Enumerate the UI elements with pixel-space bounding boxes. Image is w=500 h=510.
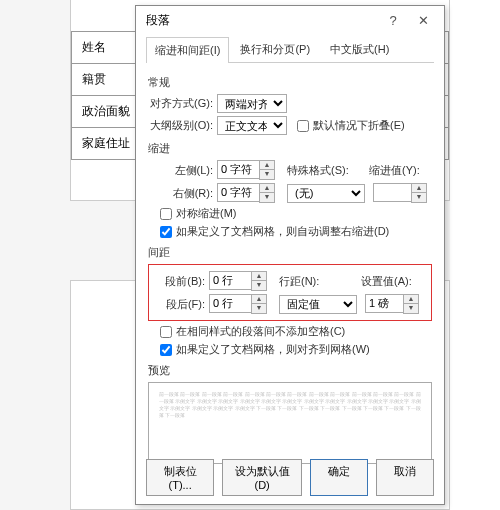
outline-label: 大纲级别(O): <box>148 118 213 133</box>
after-label: 段后(F): <box>153 297 205 312</box>
at-spinner[interactable]: ▲▼ <box>365 294 419 314</box>
collapse-label: 默认情况下折叠(E) <box>313 118 405 133</box>
before-spinner[interactable]: ▲▼ <box>209 271 267 291</box>
down-icon[interactable]: ▼ <box>252 281 266 290</box>
nospace-label: 在相同样式的段落间不添加空格(C) <box>176 324 345 339</box>
paragraph-dialog: 段落 ? ✕ 缩进和间距(I) 换行和分页(P) 中文版式(H) 常规 对齐方式… <box>135 5 445 505</box>
tab-strip: 缩进和间距(I) 换行和分页(P) 中文版式(H) <box>146 36 434 63</box>
indent-left-spinner[interactable]: ▲▼ <box>217 160 275 180</box>
close-button[interactable]: ✕ <box>408 10 438 30</box>
dialog-title: 段落 <box>146 12 378 29</box>
section-general: 常规 <box>148 75 432 90</box>
collapse-checkbox[interactable] <box>297 120 309 132</box>
cancel-button[interactable]: 取消 <box>376 459 434 496</box>
align-label: 对齐方式(G): <box>148 96 213 111</box>
up-icon[interactable]: ▲ <box>260 161 274 170</box>
down-icon[interactable]: ▼ <box>252 304 266 313</box>
up-icon[interactable]: ▲ <box>252 272 266 281</box>
indent-grid-checkbox[interactable] <box>160 226 172 238</box>
special-select[interactable]: (无) <box>287 184 365 203</box>
up-icon[interactable]: ▲ <box>260 184 274 193</box>
tab-asian[interactable]: 中文版式(H) <box>321 36 398 62</box>
tab-indent-spacing[interactable]: 缩进和间距(I) <box>146 37 229 63</box>
by-spinner[interactable]: ▲▼ <box>373 183 427 203</box>
nospace-checkbox[interactable] <box>160 326 172 338</box>
help-button[interactable]: ? <box>378 10 408 30</box>
indent-right-label: 右侧(R): <box>148 186 213 201</box>
down-icon[interactable]: ▼ <box>260 193 274 202</box>
button-bar: 制表位(T)... 设为默认值(D) 确定 取消 <box>136 459 444 496</box>
outline-select[interactable]: 正文文本 <box>217 116 287 135</box>
special-label: 特殊格式(S): <box>287 163 345 178</box>
snap-label: 如果定义了文档网格，则对齐到网格(W) <box>176 342 370 357</box>
down-icon[interactable]: ▼ <box>412 193 426 202</box>
line-select[interactable]: 固定值 <box>279 295 357 314</box>
tab-line-page[interactable]: 换行和分页(P) <box>231 36 319 62</box>
section-indent: 缩进 <box>148 141 432 156</box>
snap-checkbox[interactable] <box>160 344 172 356</box>
indent-left-label: 左侧(L): <box>148 163 213 178</box>
preview-box: 前一段落 前一段落 前一段落 前一段落 前一段落 前一段落 前一段落 前一段落 … <box>148 382 432 464</box>
mirror-label: 对称缩进(M) <box>176 206 237 221</box>
up-icon[interactable]: ▲ <box>252 295 266 304</box>
up-icon[interactable]: ▲ <box>404 295 418 304</box>
dialog-titlebar[interactable]: 段落 ? ✕ <box>136 6 444 34</box>
dialog-body: 常规 对齐方式(G): 两端对齐 大纲级别(O): 正文文本 默认情况下折叠(E… <box>136 63 444 470</box>
after-spinner[interactable]: ▲▼ <box>209 294 267 314</box>
indent-grid-label: 如果定义了文档网格，则自动调整右缩进(D) <box>176 224 389 239</box>
at-label: 设置值(A): <box>361 274 419 289</box>
by-label: 缩进值(Y): <box>369 163 427 178</box>
down-icon[interactable]: ▼ <box>404 304 418 313</box>
mirror-checkbox[interactable] <box>160 208 172 220</box>
section-spacing: 间距 <box>148 245 432 260</box>
up-icon[interactable]: ▲ <box>412 184 426 193</box>
indent-right-spinner[interactable]: ▲▼ <box>217 183 275 203</box>
ok-button[interactable]: 确定 <box>310 459 368 496</box>
tabs-button[interactable]: 制表位(T)... <box>146 459 214 496</box>
default-button[interactable]: 设为默认值(D) <box>222 459 302 496</box>
down-icon[interactable]: ▼ <box>260 170 274 179</box>
align-select[interactable]: 两端对齐 <box>217 94 287 113</box>
before-label: 段前(B): <box>153 274 205 289</box>
line-label: 行距(N): <box>279 274 337 289</box>
highlighted-line-spacing: 段前(B): ▲▼ 行距(N): 设置值(A): 段后(F): ▲▼ 固定值 ▲… <box>148 264 432 321</box>
section-preview: 预览 <box>148 363 432 378</box>
